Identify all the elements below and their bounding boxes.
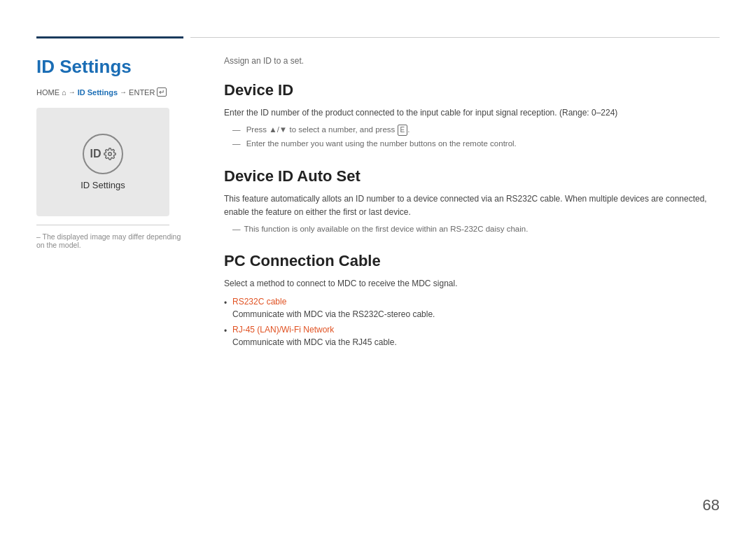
device-id-note-1: Press ▲/▼ to select a number, and press …: [224, 124, 720, 136]
gear-icon: [104, 148, 116, 160]
rs232c-desc: Communicate with MDC via the RS232C-ster…: [232, 309, 435, 319]
divider: [36, 225, 169, 225]
preview-icon-inner: ID: [90, 148, 116, 160]
main-content: Assign an ID to a set. Device ID Enter t…: [224, 49, 720, 365]
section-body-auto-set: This feature automatically allots an ID …: [224, 192, 720, 219]
breadcrumb-current: ID Settings: [78, 88, 118, 97]
page-number: 68: [703, 496, 720, 514]
rj45-desc: Communicate with MDC via the RJ45 cable.: [232, 337, 397, 347]
breadcrumb-sep2: →: [120, 88, 127, 96]
section-pc-connection: PC Connection Cable Select a method to c…: [224, 252, 720, 348]
top-line-accent: [36, 36, 183, 38]
assign-text: Assign an ID to a set.: [224, 56, 720, 66]
breadcrumb: HOME ⌂ → ID Settings → ENTER ↵: [36, 87, 183, 97]
rj45-label: RJ-45 (LAN)/Wi-Fi Network: [232, 325, 334, 335]
section-body-pc-connection: Select a method to connect to MDC to rec…: [224, 277, 720, 290]
id-label: ID: [90, 148, 102, 160]
top-line-separator: [190, 37, 720, 38]
auto-set-note-1: This function is only available on the f…: [224, 223, 720, 235]
section-device-id-auto-set: Device ID Auto Set This feature automati…: [224, 167, 720, 236]
breadcrumb-sep1: →: [69, 88, 76, 96]
bullet-rs232c: • RS232C cable Communicate with MDC via …: [224, 295, 720, 321]
enter-icon-inline: E: [398, 125, 408, 136]
breadcrumb-enter: ENTER: [129, 88, 155, 97]
section-title-pc-connection: PC Connection Cable: [224, 252, 720, 270]
bullet-content-1: RS232C cable Communicate with MDC via th…: [232, 295, 435, 321]
bullet-rj45: • RJ-45 (LAN)/Wi-Fi Network Communicate …: [224, 323, 720, 349]
preview-label: ID Settings: [80, 180, 125, 190]
sidebar: ID Settings HOME ⌂ → ID Settings → ENTER…: [36, 49, 183, 249]
device-id-note-2: Enter the number you want using the numb…: [224, 138, 720, 150]
svg-point-0: [108, 153, 111, 156]
breadcrumb-enter-icon: ↵: [157, 87, 167, 97]
section-body-device-id: Enter the ID number of the product conne…: [224, 106, 720, 120]
breadcrumb-home: HOME: [36, 88, 59, 97]
section-title-auto-set: Device ID Auto Set: [224, 167, 720, 185]
preview-icon-circle: ID: [83, 134, 123, 174]
rs232c-label: RS232C cable: [232, 297, 286, 307]
bullet-dot-2: •: [224, 325, 228, 337]
disclaimer-text: – The displayed image may differ dependi…: [36, 232, 183, 249]
preview-box: ID ID Settings: [36, 108, 169, 216]
bullet-content-2: RJ-45 (LAN)/Wi-Fi Network Communicate wi…: [232, 323, 397, 349]
section-device-id: Device ID Enter the ID number of the pro…: [224, 81, 720, 150]
page-title: ID Settings: [36, 56, 183, 78]
top-decorative-lines: [0, 36, 756, 38]
section-title-device-id: Device ID: [224, 81, 720, 99]
breadcrumb-home-icon: ⌂: [62, 88, 66, 97]
bullet-dot-1: •: [224, 297, 228, 309]
